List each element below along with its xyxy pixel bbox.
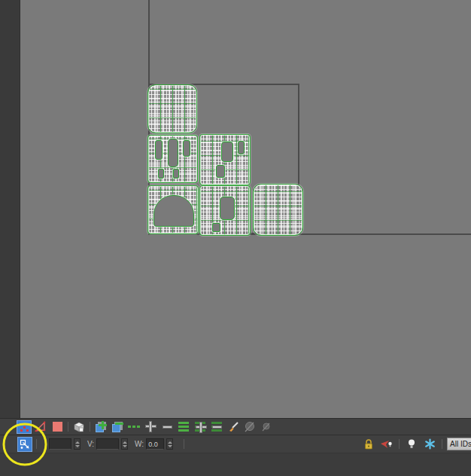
uv-island-cutout [155, 140, 163, 160]
uv-island-cutout [153, 195, 194, 227]
snowflake-icon [424, 438, 436, 450]
shrink-uv-selection-button[interactable] [110, 420, 125, 434]
select-edge-ring-button[interactable] [176, 420, 191, 434]
v-value-field[interactable] [96, 438, 119, 450]
selection-toolbar-row [0, 419, 471, 435]
w-spinner[interactable] [166, 438, 173, 450]
grow-uv-selection-button[interactable] [93, 420, 108, 434]
show-hidden-edges-button[interactable] [404, 438, 419, 451]
u-value-field[interactable] [49, 438, 71, 450]
plus-icon [196, 422, 207, 433]
w-label: W: [135, 441, 144, 448]
toolbar-separator [36, 439, 37, 449]
edge-mode-button[interactable] [33, 420, 48, 434]
uv-island-arch[interactable] [147, 185, 199, 234]
green-plus-icon [99, 421, 107, 429]
uv-island-cutout [238, 141, 245, 154]
shrink-loop-button[interactable] [160, 420, 175, 434]
left-panel-strip [0, 0, 20, 419]
lock-selection-button[interactable] [361, 438, 376, 451]
status-controls: All IDs [361, 435, 471, 453]
red-pointer-icon [380, 439, 394, 450]
v-label: V: [87, 441, 94, 448]
uv-island-right-rounded[interactable] [253, 184, 303, 236]
plus-icon [145, 421, 156, 432]
uv-island-cutout [221, 142, 233, 162]
transform-typein-row: V: W: 0.0 [0, 435, 471, 453]
uv-island-left-slotted[interactable] [147, 135, 198, 183]
minus-icon [163, 426, 172, 429]
uv-island-center-bottom-slotted[interactable] [199, 185, 251, 236]
filter-selected-faces-button[interactable] [379, 438, 394, 451]
circle-slash-icon [244, 421, 256, 433]
uv-editor-window: V: W: 0.0 [0, 0, 471, 476]
uv-island-center-top-slotted[interactable] [199, 134, 251, 185]
polygon-square-icon [53, 422, 62, 432]
grow-loop-button[interactable] [143, 420, 158, 434]
loop-dashes-icon [128, 426, 131, 428]
toolbar-separator [442, 439, 442, 449]
edge-triangle-icon [35, 421, 47, 433]
toolbar-separator [90, 422, 90, 432]
paintbrush-icon [227, 421, 239, 433]
cube-icon [72, 420, 86, 434]
paint-size-down-button[interactable] [259, 420, 274, 434]
w-value-field[interactable]: 0.0 [146, 438, 164, 450]
ring-bars-icon [211, 422, 222, 424]
spin-up-icon [168, 441, 172, 444]
uv-island-cutout [173, 169, 179, 178]
vertex-mode-button[interactable] [17, 420, 32, 434]
toolbar-separator [399, 439, 400, 449]
v-spinner[interactable] [121, 438, 128, 450]
shrink-ring-button[interactable] [209, 420, 224, 434]
absolute-offset-toggle-button[interactable] [17, 437, 32, 452]
material-id-value: All IDs [448, 440, 471, 448]
lock-icon [363, 438, 374, 450]
minus-icon [212, 426, 222, 429]
bottom-toolbar: V: W: 0.0 [0, 418, 471, 476]
uv-island-cutout [220, 197, 235, 220]
grow-ring-button[interactable] [193, 420, 208, 434]
paint-size-up-button[interactable] [242, 420, 257, 434]
freeze-selected-button[interactable] [422, 438, 437, 451]
uv-island-top-rounded[interactable] [147, 84, 197, 133]
w-value: 0.0 [147, 441, 160, 448]
annotation-overlay [0, 0, 471, 476]
small-circle-slash-icon [261, 422, 272, 432]
vertex-dots-icon [20, 423, 23, 426]
green-minus-icon [115, 423, 123, 425]
u-spinner[interactable] [74, 438, 81, 450]
uv-island-cutout [183, 140, 190, 157]
uv-island-cutout [216, 165, 225, 178]
toolbar-separator [68, 422, 68, 432]
front-square-icon [112, 424, 120, 432]
spin-up-icon [75, 441, 80, 444]
statusbar-strip [0, 453, 471, 476]
select-edge-loop-button[interactable] [126, 420, 141, 434]
select-element-button[interactable] [71, 420, 87, 434]
toolbar-separator [184, 439, 184, 449]
paint-select-button[interactable] [226, 420, 241, 434]
material-id-dropdown[interactable]: All IDs [447, 438, 471, 450]
uv-island-cutout [212, 223, 220, 232]
spin-down-icon [75, 445, 80, 447]
uv-island-cutout [158, 169, 164, 178]
spin-down-icon [168, 445, 172, 447]
uv-island-cutout [168, 139, 178, 167]
offset-mode-icon [20, 439, 30, 450]
spin-up-icon [123, 441, 127, 444]
spin-down-icon [123, 445, 127, 447]
ring-bars-icon [178, 422, 189, 424]
lightbulb-icon [407, 438, 416, 450]
polygon-mode-button[interactable] [50, 420, 65, 434]
